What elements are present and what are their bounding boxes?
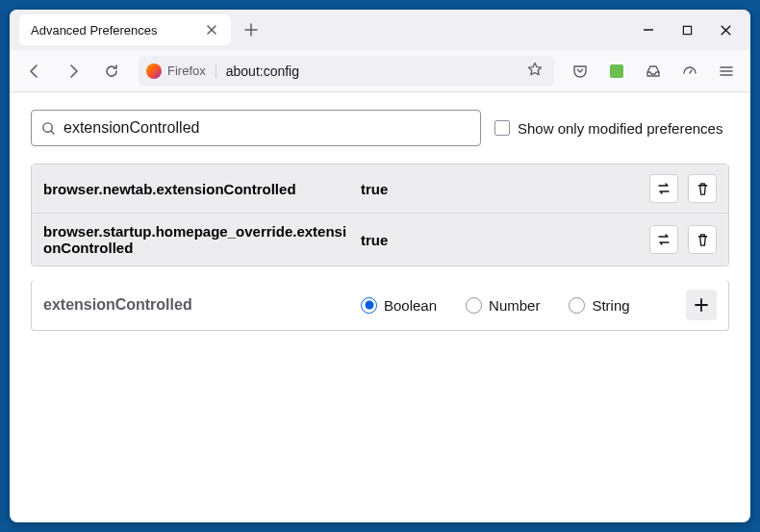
forward-button[interactable] [58, 56, 89, 87]
pocket-icon[interactable] [566, 57, 595, 86]
show-modified-checkbox[interactable]: Show only modified preferences [494, 120, 722, 137]
inbox-icon[interactable] [639, 57, 668, 86]
bookmark-star-icon[interactable] [527, 62, 546, 81]
toggle-button[interactable] [649, 225, 678, 254]
toggle-button[interactable] [649, 174, 678, 203]
minimize-button[interactable] [639, 20, 658, 39]
search-row: Show only modified preferences [31, 110, 729, 146]
close-window-button[interactable] [716, 20, 735, 39]
content-area: Show only modified preferences browser.n… [10, 92, 750, 348]
search-icon [41, 121, 56, 136]
identity-label: Firefox [167, 63, 206, 78]
url-text: about:config [216, 63, 527, 79]
checkbox-icon [494, 120, 510, 136]
url-bar[interactable]: Firefox about:config [139, 56, 554, 87]
pref-name: browser.newtab.extensionControlled [43, 181, 361, 197]
type-radio-group: Boolean Number String [361, 297, 686, 314]
pref-name: browser.startup.homepage_override.extens… [43, 223, 361, 256]
radio-string[interactable]: String [569, 297, 629, 314]
pref-row: browser.startup.homepage_override.extens… [32, 213, 728, 266]
firefox-icon [146, 63, 162, 79]
new-tab-button[interactable] [237, 15, 266, 44]
radio-number[interactable]: Number [466, 297, 540, 314]
identity-box[interactable]: Firefox [146, 63, 216, 79]
delete-button[interactable] [688, 225, 717, 254]
dashboard-icon[interactable] [675, 57, 704, 86]
toolbar: Firefox about:config [10, 50, 750, 92]
radio-icon [466, 297, 482, 314]
tab-title: Advanced Preferences [31, 23, 204, 38]
preferences-list: browser.newtab.extensionControlled true … [31, 164, 729, 266]
close-tab-icon[interactable] [204, 22, 219, 38]
radio-icon [361, 297, 377, 314]
reload-button[interactable] [96, 56, 127, 87]
search-box[interactable] [31, 110, 481, 146]
svg-rect-0 [683, 26, 691, 34]
browser-window: Advanced Preferences Firefox about:confi… [10, 10, 750, 522]
back-button[interactable] [19, 56, 50, 87]
pref-value: true [361, 232, 649, 248]
new-preference-row: extensionControlled Boolean Number Strin… [31, 280, 729, 331]
new-pref-name: extensionControlled [43, 296, 361, 314]
maximize-button[interactable] [677, 20, 697, 39]
menu-button[interactable] [712, 57, 741, 86]
tab-advanced-preferences[interactable]: Advanced Preferences [19, 14, 231, 45]
pref-row: browser.newtab.extensionControlled true [32, 165, 728, 213]
radio-icon [569, 297, 585, 314]
window-controls [639, 20, 735, 39]
show-modified-label: Show only modified preferences [518, 120, 722, 137]
extension-icon[interactable] [602, 57, 631, 86]
add-preference-button[interactable] [686, 290, 717, 320]
delete-button[interactable] [688, 174, 717, 203]
pref-value: true [361, 181, 649, 197]
radio-boolean[interactable]: Boolean [361, 297, 437, 314]
titlebar: Advanced Preferences [10, 10, 750, 50]
search-input[interactable] [63, 119, 470, 137]
